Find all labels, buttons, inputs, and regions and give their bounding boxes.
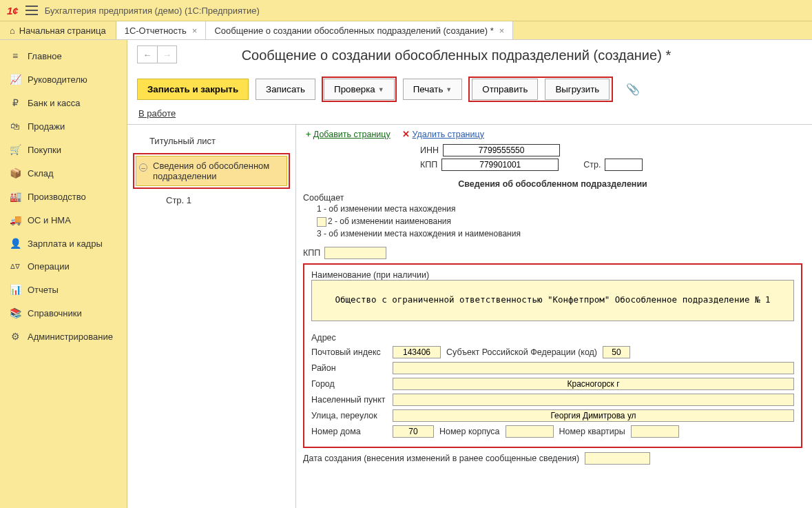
home-icon: ⌂: [10, 26, 15, 36]
sidebar-item-label: Зарплата и кадры: [28, 238, 103, 249]
kpp2-field[interactable]: [324, 247, 386, 259]
sidebar-item-production[interactable]: 🏭Производство: [0, 185, 127, 208]
highlighted-form-block: Наименование (при наличии) Адрес Почтовы…: [303, 263, 802, 448]
page-num-field[interactable]: [605, 159, 643, 171]
status-link[interactable]: В работе: [138, 108, 176, 119]
cart-icon: 🛒: [10, 144, 21, 155]
city-label: Город: [311, 379, 387, 389]
date-field[interactable]: [585, 452, 650, 465]
name-label: Наименование (при наличии): [311, 270, 794, 280]
tab-reporting[interactable]: 1С-Отчетность ×: [116, 21, 207, 39]
app-title: Бухгалтерия предприятия (демо) (1С:Предп…: [45, 6, 260, 16]
sidebar-item-label: Руководителю: [28, 74, 87, 85]
sidebar-item-label: ОС и НМА: [28, 215, 71, 225]
sidebar-item-operations[interactable]: ᐃᐁОперации: [0, 255, 127, 278]
inn-label: ИНН: [420, 145, 439, 155]
tree-details[interactable]: – Сведения об обособленном подразделении: [136, 156, 287, 186]
print-button[interactable]: Печать▼: [403, 79, 463, 100]
nav-buttons: ← →: [137, 45, 177, 63]
pages-tree: Титульный лист – Сведения об обособленно…: [127, 125, 296, 508]
sidebar-item-warehouse[interactable]: 📦Склад: [0, 161, 127, 185]
street-label: Улица, переулок: [311, 411, 387, 420]
district-field[interactable]: [393, 362, 794, 374]
list-icon: ≡: [10, 50, 21, 61]
address-label: Адрес: [311, 333, 794, 343]
sidebar-item-reports[interactable]: 📊Отчеты: [0, 278, 127, 301]
sidebar-item-purchases[interactable]: 🛒Покупки: [0, 138, 127, 161]
sidebar-item-label: Продажи: [28, 121, 65, 132]
sidebar-item-label: Справочники: [28, 308, 82, 318]
tab-label: Сообщение о создании обособленных подраз…: [214, 26, 493, 36]
report-options: 1 - об изменении места нахождения 2 - об…: [317, 203, 802, 240]
person-icon: 👤: [10, 238, 21, 249]
tree-title-page[interactable]: Титульный лист: [133, 132, 290, 150]
street-field[interactable]: [393, 409, 794, 422]
delete-page-link[interactable]: Удалить страницу: [413, 130, 484, 139]
zip-label: Почтовый индекс: [311, 347, 387, 357]
chart-icon: 📈: [10, 74, 21, 85]
building-field[interactable]: [506, 425, 554, 438]
option-marker[interactable]: [317, 217, 326, 227]
sidebar-item-label: Операции: [28, 261, 70, 272]
forward-button[interactable]: →: [157, 46, 176, 63]
section-heading: Сведения об обособленном подразделении: [303, 179, 802, 189]
toolbar: Записать и закрыть Записать Проверка▼ Пе…: [127, 63, 812, 101]
sidebar-item-label: Банк и касса: [28, 98, 81, 108]
kpp-label: КПП: [420, 160, 437, 170]
region-field[interactable]: [603, 346, 630, 358]
sidebar-item-payroll[interactable]: 👤Зарплата и кадры: [0, 232, 127, 255]
apt-field[interactable]: [631, 425, 679, 438]
sidebar-item-assets[interactable]: 🚚ОС и НМА: [0, 208, 127, 232]
tree-details-label: Сведения об обособленном подразделении: [153, 161, 269, 181]
opt-3: 3 - об изменении места нахождения и наим…: [317, 227, 802, 240]
add-page-link[interactable]: Добавить страницу: [313, 130, 391, 139]
logo-1c-icon: 1¢: [7, 5, 19, 17]
inn-field[interactable]: [443, 144, 560, 156]
tab-label: 1С-Отчетность: [125, 26, 187, 36]
bag-icon: 🛍: [10, 121, 21, 132]
paperclip-icon[interactable]: 📎: [626, 83, 640, 96]
check-button[interactable]: Проверка▼: [324, 79, 395, 100]
house-field[interactable]: [393, 425, 434, 438]
sidebar-item-label: Производство: [28, 192, 86, 202]
sidebar-item-bank[interactable]: ₽Банк и касса: [0, 91, 127, 114]
gear-icon: ⚙: [10, 331, 21, 342]
date-label: Дата создания (внесения изменений в ране…: [303, 454, 579, 463]
close-icon[interactable]: ×: [499, 26, 505, 36]
sidebar: ≡Главное 📈Руководителю ₽Банк и касса 🛍Пр…: [0, 40, 127, 508]
opt-2: 2 - об изменении наименования: [328, 216, 451, 226]
tab-home-label: Начальная страница: [19, 26, 106, 36]
kpp-field[interactable]: [441, 159, 559, 171]
burger-icon[interactable]: [25, 6, 38, 15]
tab-document[interactable]: Сообщение о создании обособленных подраз…: [206, 21, 513, 39]
box-icon: 📦: [10, 167, 21, 179]
back-button[interactable]: ←: [138, 46, 157, 63]
building-label: Номер корпуса: [439, 427, 500, 436]
locality-field[interactable]: [393, 394, 794, 406]
sidebar-item-reference[interactable]: 📚Справочники: [0, 301, 127, 325]
send-button[interactable]: Отправить: [472, 79, 538, 100]
tree-page-1[interactable]: Стр. 1: [133, 192, 290, 209]
sidebar-item-admin[interactable]: ⚙Администрирование: [0, 325, 127, 348]
house-label: Номер дома: [311, 427, 387, 436]
sidebar-item-label: Администрирование: [28, 332, 113, 342]
city-field[interactable]: [393, 378, 794, 390]
sidebar-item-main[interactable]: ≡Главное: [0, 44, 127, 68]
region-label: Субъект Российской Федерации (код): [446, 347, 597, 357]
name-field[interactable]: [311, 280, 794, 321]
save-close-button[interactable]: Записать и закрыть: [137, 79, 249, 100]
collapse-icon[interactable]: –: [139, 163, 147, 172]
kpp2-label: КПП: [303, 248, 320, 258]
zip-field[interactable]: [393, 346, 441, 358]
books-icon: 📚: [10, 307, 21, 318]
close-icon[interactable]: ×: [192, 26, 198, 36]
bars-icon: 📊: [10, 284, 21, 295]
tab-home[interactable]: ⌂ Начальная страница: [0, 21, 116, 39]
locality-label: Населенный пункт: [311, 395, 387, 405]
sidebar-item-manager[interactable]: 📈Руководителю: [0, 68, 127, 91]
sidebar-item-sales[interactable]: 🛍Продажи: [0, 114, 127, 138]
titlebar: 1¢ Бухгалтерия предприятия (демо) (1С:Пр…: [0, 0, 812, 21]
reports-label: Сообщает: [303, 193, 802, 203]
save-button[interactable]: Записать: [256, 79, 315, 100]
export-button[interactable]: Выгрузить: [545, 79, 610, 100]
